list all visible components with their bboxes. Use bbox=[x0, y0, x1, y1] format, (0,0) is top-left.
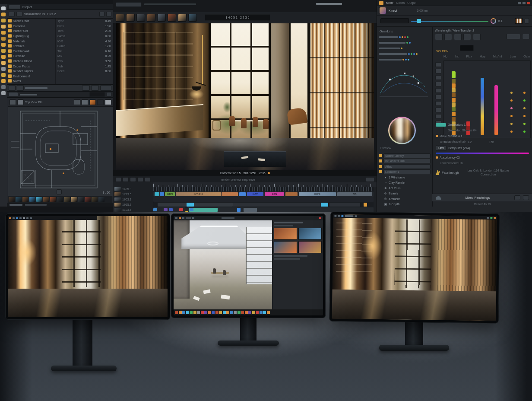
right-monitor[interactable] bbox=[329, 212, 500, 323]
clip[interactable] bbox=[187, 203, 194, 207]
property-row[interactable]: Trim2.35 bbox=[55, 29, 113, 34]
tree-item-6[interactable]: ▣Z-Depth bbox=[377, 202, 432, 207]
viewport-toolbar-thumb-2[interactable] bbox=[126, 14, 135, 22]
outliner-row[interactable]: Furniture bbox=[7, 54, 55, 59]
tree-field-row[interactable]: Scene Library bbox=[377, 153, 432, 159]
filmstrip-thumb-6[interactable] bbox=[43, 197, 49, 202]
filmstrip-thumb-12[interactable] bbox=[85, 197, 91, 202]
channel-row-icon[interactable] bbox=[435, 82, 441, 86]
prev-frame-button[interactable] bbox=[123, 177, 129, 182]
track-frames[interactable] bbox=[153, 187, 374, 191]
clip[interactable] bbox=[364, 203, 367, 207]
frame-segment-display[interactable]: 1 4 0 5 1 - 2 2 3 5 bbox=[205, 14, 270, 21]
property-row[interactable]: Mix0.25 bbox=[55, 54, 113, 59]
new-scene-button[interactable] bbox=[9, 12, 15, 17]
camera-tool-icon[interactable] bbox=[1, 37, 6, 41]
clip[interactable] bbox=[155, 192, 159, 196]
mini-thumb-3[interactable] bbox=[274, 241, 297, 253]
node-row-2[interactable] bbox=[377, 40, 432, 45]
channel-row-icon[interactable] bbox=[435, 114, 441, 119]
clip[interactable] bbox=[222, 192, 238, 196]
tree-field-row[interactable]: Atlas bbox=[377, 164, 432, 169]
main-viewport[interactable] bbox=[116, 23, 374, 170]
layers-button[interactable] bbox=[91, 85, 99, 91]
res-chip[interactable]: 14x1 bbox=[436, 145, 446, 151]
filmstrip-thumb-14[interactable] bbox=[98, 197, 104, 202]
clip-bjn[interactable]: BJN bbox=[265, 192, 285, 196]
search-icon[interactable] bbox=[107, 92, 111, 97]
sculpt-tool-icon[interactable] bbox=[1, 55, 6, 59]
magnet-snap-icon[interactable] bbox=[1, 67, 6, 71]
outliner-row[interactable]: Textures bbox=[7, 44, 55, 49]
clip[interactable] bbox=[321, 203, 329, 207]
curve-tool-icon[interactable] bbox=[1, 61, 6, 65]
node-row-5[interactable] bbox=[377, 57, 432, 62]
tab-plan[interactable] bbox=[9, 92, 18, 97]
slider-handle[interactable] bbox=[417, 19, 421, 23]
outliner-row[interactable]: Curtain Wall bbox=[7, 49, 55, 54]
gradient-slider[interactable] bbox=[411, 19, 488, 23]
timeline-ruler[interactable] bbox=[153, 182, 377, 187]
center-monitor[interactable] bbox=[171, 213, 326, 318]
clip[interactable] bbox=[285, 192, 298, 196]
viewport-toolbar-thumb-7[interactable] bbox=[178, 14, 187, 22]
track-fx[interactable] bbox=[153, 202, 374, 207]
eyedropper-icon[interactable] bbox=[525, 18, 529, 24]
swatch-2[interactable] bbox=[82, 99, 88, 105]
property-row[interactable]: Bump12.0 bbox=[55, 44, 113, 49]
clip[interactable] bbox=[329, 203, 360, 207]
avatar[interactable] bbox=[380, 7, 386, 14]
mini-thumb-2[interactable] bbox=[298, 228, 322, 240]
scene-folder-icon[interactable] bbox=[1, 13, 6, 16]
display-dropdown[interactable] bbox=[100, 85, 111, 91]
filmstrip-thumb-10[interactable] bbox=[71, 197, 77, 202]
layer-stack-icon[interactable] bbox=[1, 79, 6, 83]
outliner-row[interactable]: Kitchen Island bbox=[7, 59, 55, 64]
filmstrip-thumb-2[interactable] bbox=[16, 197, 22, 202]
settings-icon[interactable] bbox=[1, 91, 6, 95]
swatch-1[interactable] bbox=[74, 99, 80, 105]
tree-field[interactable]: Int. Assets 040 bbox=[383, 159, 431, 163]
geometry-folder-icon[interactable] bbox=[1, 25, 6, 29]
tree-field-row[interactable]: Int. Assets 040 bbox=[377, 159, 432, 164]
footer-chip[interactable] bbox=[190, 208, 193, 211]
tree-item-5[interactable]: ◎Ambient bbox=[377, 196, 432, 202]
channel-row-icon[interactable] bbox=[435, 108, 441, 112]
outliner-row[interactable]: Notes bbox=[7, 79, 55, 84]
tree-item-2[interactable]: ◔Clay Render bbox=[377, 180, 432, 186]
footer-chip[interactable] bbox=[179, 208, 183, 211]
solo-button[interactable] bbox=[435, 34, 443, 40]
floorplan-viewport[interactable]: Top View Plan bbox=[8, 98, 113, 196]
play-button[interactable] bbox=[130, 177, 136, 182]
channel-row-icon[interactable] bbox=[435, 95, 441, 99]
go-start-button[interactable] bbox=[115, 177, 121, 182]
property-row[interactable]: Tile6.10 bbox=[55, 49, 113, 54]
clip-nat[interactable]: NAT bbox=[247, 192, 263, 196]
viewport-toolbar-thumb-4[interactable] bbox=[147, 14, 155, 22]
clip-int-040[interactable]: INT-040 bbox=[176, 192, 221, 196]
materials-folder-icon[interactable] bbox=[1, 19, 6, 22]
filmstrip-thumb-7[interactable] bbox=[50, 197, 56, 202]
filter-icon[interactable] bbox=[99, 12, 104, 17]
tree-item-3[interactable]: ◈AO Pass bbox=[377, 185, 432, 191]
tree-field[interactable]: Scene Library bbox=[383, 153, 431, 158]
next-frame-button[interactable] bbox=[137, 177, 143, 182]
left-monitor[interactable] bbox=[5, 213, 170, 320]
filmstrip-thumb-9[interactable] bbox=[64, 197, 70, 202]
save-icon[interactable] bbox=[514, 195, 520, 200]
material-preview-ring[interactable] bbox=[388, 117, 416, 144]
footer-chip[interactable] bbox=[158, 208, 162, 211]
swatch-3[interactable] bbox=[97, 99, 104, 105]
expand-button[interactable] bbox=[522, 34, 530, 39]
tab-mixer[interactable]: Mixer bbox=[386, 1, 393, 5]
timeline-track-header[interactable]: 1713.5 bbox=[113, 192, 153, 197]
range-field[interactable] bbox=[507, 34, 520, 39]
footer-chip[interactable] bbox=[164, 208, 168, 211]
viewport-toolbar-thumb-3[interactable] bbox=[136, 14, 145, 22]
property-row[interactable]: Ray3.50 bbox=[55, 59, 113, 64]
node-row-4[interactable] bbox=[377, 51, 432, 57]
material-swatch[interactable] bbox=[515, 18, 522, 24]
tree-item-4[interactable]: ⊙Beauty bbox=[377, 191, 432, 197]
grid-toggle[interactable] bbox=[17, 85, 24, 91]
channel-row-icon[interactable] bbox=[435, 75, 441, 80]
